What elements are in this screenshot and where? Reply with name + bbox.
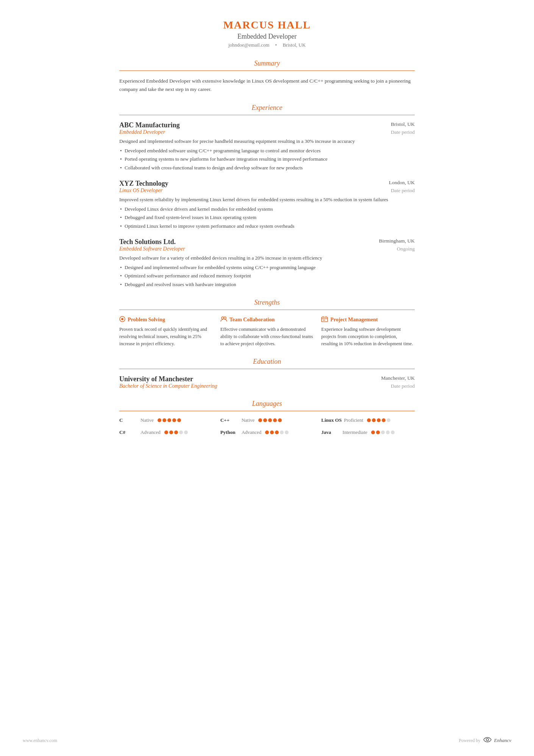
dot — [268, 418, 272, 422]
project-management-icon — [321, 316, 328, 324]
resume-header: MARCUS HALL Embedded Developer johndoe@e… — [119, 19, 415, 48]
candidate-contact: johndoe@email.com • Bristol, UK — [119, 42, 415, 48]
dot — [372, 418, 376, 422]
exp-desc-1: Improved system reliability by implement… — [119, 196, 415, 203]
dot — [387, 418, 390, 422]
exp-header-2: Tech Solutions Ltd. Birmingham, UK — [119, 238, 415, 246]
exp-company-2: Tech Solutions Ltd. — [119, 238, 176, 246]
exp-role-0: Embedded Developer — [119, 129, 165, 135]
lang-item-java: Java Intermediate — [321, 429, 415, 435]
dot — [179, 430, 183, 434]
exp-role-1: Linux OS Developer — [119, 188, 162, 194]
exp-subheader-2: Embedded Software Developer Ongoing — [119, 246, 415, 252]
problem-solving-icon — [119, 316, 125, 324]
dot — [278, 418, 282, 422]
lang-dots-java — [371, 430, 395, 434]
experience-item-1: XYZ Technology London, UK Linux OS Devel… — [119, 180, 415, 230]
lang-dots-csharp — [164, 430, 188, 434]
dot — [169, 430, 173, 434]
strengths-grid: Problem Solving Proven track record of q… — [119, 316, 415, 347]
svg-rect-4 — [322, 317, 328, 322]
page-footer: www.enhancv.com Powered by Enhancv — [0, 736, 534, 745]
strengths-section: Strengths Problem Solving Proven track r… — [119, 299, 415, 347]
experience-item-2: Tech Solutions Ltd. Birmingham, UK Embed… — [119, 238, 415, 288]
lang-level-cpp: Native — [242, 417, 255, 423]
exp-date-2: Ongoing — [397, 246, 415, 252]
lang-level-csharp: Advanced — [141, 429, 161, 435]
strength-title-row-0: Problem Solving — [119, 316, 213, 324]
exp-company-0: ABC Manufacturing — [119, 121, 180, 129]
exp-bullet-2-1: Optimized software performance and reduc… — [119, 272, 415, 280]
exp-bullets-1: Developed Linux device drivers and kerne… — [119, 205, 415, 230]
exp-bullet-2-2: Debugged and resolved issues with hardwa… — [119, 281, 415, 288]
dot — [172, 418, 176, 422]
strength-title-row-2: Project Management — [321, 316, 415, 324]
exp-date-0: Date period — [391, 129, 415, 135]
dot — [280, 430, 284, 434]
strengths-divider — [119, 310, 415, 310]
exp-bullets-2: Designed and implemented software for em… — [119, 264, 415, 288]
exp-location-1: London, UK — [389, 180, 415, 186]
lang-name-python: Python — [220, 429, 239, 435]
team-collaboration-icon — [220, 316, 227, 324]
exp-location-0: Bristol, UK — [391, 121, 415, 127]
edu-subheader-0: Bachelor of Science in Computer Engineer… — [119, 383, 415, 389]
dot — [377, 418, 381, 422]
exp-date-1: Date period — [391, 188, 415, 194]
education-heading: Education — [119, 358, 415, 366]
experience-heading: Experience — [119, 104, 415, 112]
dot — [273, 418, 277, 422]
dot — [162, 418, 166, 422]
candidate-title: Embedded Developer — [119, 33, 415, 41]
contact-location: Bristol, UK — [283, 42, 306, 48]
experience-item-0: ABC Manufacturing Bristol, UK Embedded D… — [119, 121, 415, 171]
lang-level-c: Native — [141, 417, 154, 423]
strength-title-0: Problem Solving — [128, 317, 165, 323]
dot — [371, 430, 375, 434]
dot — [381, 430, 385, 434]
enhancv-brand-name: Enhancv — [494, 737, 511, 743]
strength-title-2: Project Management — [330, 317, 378, 323]
exp-bullet-0-1: Ported operating systems to new platform… — [119, 155, 415, 163]
strength-title-row-1: Team Collaboration — [220, 316, 314, 324]
exp-role-2: Embedded Software Developer — [119, 246, 185, 252]
exp-location-2: Birmingham, UK — [379, 238, 415, 244]
dot — [285, 430, 289, 434]
dot — [184, 430, 188, 434]
edu-header-0: University of Manchester Manchester, UK — [119, 375, 415, 383]
exp-subheader-1: Linux OS Developer Date period — [119, 188, 415, 194]
lang-name-linux: Linux OS — [321, 417, 342, 423]
edu-degree-0: Bachelor of Science in Computer Engineer… — [119, 383, 217, 389]
exp-bullets-0: Developed embedded software using C/C++ … — [119, 147, 415, 172]
svg-point-5 — [486, 739, 489, 741]
lang-name-java: Java — [321, 429, 340, 435]
powered-by-label: Powered by — [459, 738, 481, 743]
summary-section: Summary Experienced Embedded Developer w… — [119, 59, 415, 93]
svg-point-3 — [224, 317, 226, 319]
contact-dot: • — [275, 42, 277, 48]
strength-item-0: Problem Solving Proven track record of q… — [119, 316, 213, 347]
summary-heading: Summary — [119, 59, 415, 67]
strength-item-1: Team Collaboration Effective communicato… — [220, 316, 314, 347]
dot — [164, 430, 168, 434]
experience-section: Experience ABC Manufacturing Bristol, UK… — [119, 104, 415, 288]
exp-header-0: ABC Manufacturing Bristol, UK — [119, 121, 415, 129]
exp-bullet-1-0: Developed Linux device drivers and kerne… — [119, 205, 415, 213]
footer-brand: Powered by Enhancv — [459, 736, 511, 745]
languages-section: Languages C Native C++ Native — [119, 400, 415, 435]
summary-text: Experienced Embedded Developer with exte… — [119, 77, 415, 93]
lang-dots-c — [158, 418, 181, 422]
exp-bullet-1-2: Optimized Linux kernel to improve system… — [119, 222, 415, 230]
dot — [258, 418, 262, 422]
dot — [270, 430, 274, 434]
exp-bullet-2-0: Designed and implemented software for em… — [119, 264, 415, 271]
strength-text-0: Proven track record of quickly identifyi… — [119, 326, 213, 347]
dot — [174, 430, 178, 434]
edu-date-0: Date period — [391, 383, 415, 389]
dot — [376, 430, 380, 434]
dot — [177, 418, 181, 422]
strengths-heading: Strengths — [119, 299, 415, 307]
summary-divider — [119, 70, 415, 71]
edu-school-0: University of Manchester — [119, 375, 193, 383]
exp-bullet-0-2: Collaborated with cross-functional teams… — [119, 164, 415, 172]
